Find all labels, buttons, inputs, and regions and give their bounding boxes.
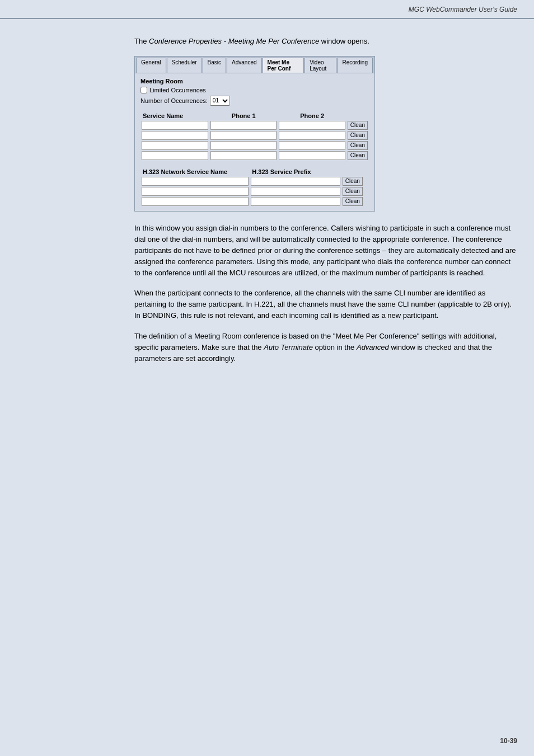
occurrences-row: Number of Occurrences: 01 [140, 96, 369, 106]
clean-button-1[interactable]: Clean [348, 121, 368, 130]
h323-clean-button-3[interactable]: Clean [343, 197, 363, 206]
occurrences-select[interactable]: 01 [210, 96, 230, 106]
h323-service-input-1[interactable] [142, 177, 249, 186]
service-name-input-2[interactable] [142, 131, 208, 140]
h323-table: H.323 Network Service Name H.323 Service… [140, 167, 369, 206]
clean-button-4[interactable]: Clean [348, 151, 368, 160]
service-name-input-4[interactable] [142, 151, 208, 160]
paragraph-2: When the participant connects to the con… [134, 288, 517, 321]
table-row: Clean [140, 140, 369, 151]
phone2-input-3[interactable] [279, 141, 345, 150]
h323-table-row: Clean [140, 196, 369, 206]
tab-recording[interactable]: Recording [337, 58, 373, 73]
h323-clean-button-1[interactable]: Clean [343, 177, 363, 186]
page-header: MGC WebCommander User's Guide [0, 0, 534, 19]
dialog-window: General Scheduler Basic Advanced Meet Me… [134, 56, 375, 212]
limited-occurrences-label: Limited Occurrences [149, 87, 206, 93]
page-number: 10-39 [500, 737, 517, 745]
dialog-tabs: General Scheduler Basic Advanced Meet Me… [135, 57, 374, 73]
phone2-input-4[interactable] [279, 151, 345, 160]
intro-paragraph: The Conference Properties - Meeting Me P… [134, 36, 517, 47]
service-name-input-3[interactable] [142, 141, 208, 150]
h323-col-action [341, 167, 369, 176]
tab-scheduler[interactable]: Scheduler [167, 58, 202, 73]
section-title: Meeting Room [140, 78, 369, 84]
dialog-body: Meeting Room Limited Occurrences Number … [135, 73, 374, 211]
tab-videolayout[interactable]: Video Layout [305, 58, 336, 73]
phone1-input-2[interactable] [210, 131, 277, 140]
table-row: Clean [140, 151, 369, 161]
col-header-action [346, 111, 369, 120]
h323-prefix-input-3[interactable] [251, 197, 340, 206]
page: MGC WebCommander User's Guide The Confer… [0, 0, 534, 756]
col-header-service: Service Name [140, 111, 209, 120]
tab-general[interactable]: General [136, 58, 166, 73]
phone1-input-4[interactable] [210, 151, 277, 160]
intro-prefix: The [134, 37, 149, 45]
phone1-input-3[interactable] [210, 141, 277, 150]
table-row: Clean [140, 130, 369, 140]
tab-basic[interactable]: Basic [203, 58, 226, 73]
clean-button-3[interactable]: Clean [348, 141, 368, 150]
phone2-input-1[interactable] [279, 121, 345, 130]
clean-button-2[interactable]: Clean [348, 131, 368, 140]
h323-col-service: H.323 Network Service Name [140, 167, 250, 176]
h323-service-input-3[interactable] [142, 197, 249, 206]
italic-advanced: Advanced [357, 343, 389, 351]
h323-prefix-input-1[interactable] [251, 177, 340, 186]
paragraph-3: The definition of a Meeting Room confere… [134, 331, 517, 364]
service-name-input-1[interactable] [142, 121, 208, 130]
h323-table-row: Clean [140, 186, 369, 196]
h323-table-row: Clean [140, 176, 369, 186]
italic-auto-terminate: Auto Terminate [264, 343, 313, 351]
h323-clean-button-2[interactable]: Clean [343, 187, 363, 196]
h323-col-prefix: H.323 Service Prefix [250, 167, 341, 176]
phone2-input-2[interactable] [279, 131, 345, 140]
h323-prefix-input-2[interactable] [251, 187, 340, 196]
phone1-input-1[interactable] [210, 121, 277, 130]
table-row: Clean [140, 120, 369, 130]
page-title: MGC WebCommander User's Guide [409, 6, 517, 13]
service-table: Service Name Phone 1 Phone 2 Clean [140, 111, 369, 161]
col-header-phone2: Phone 2 [278, 111, 346, 120]
limited-occurrences-row: Limited Occurrences [140, 87, 369, 93]
limited-occurrences-checkbox[interactable] [140, 87, 147, 93]
col-header-phone1: Phone 1 [209, 111, 278, 120]
paragraph-1: In this window you assign dial-in number… [134, 223, 517, 279]
content-area: The Conference Properties - Meeting Me P… [0, 19, 534, 390]
intro-italic: Conference Properties - Meeting Me Per C… [149, 37, 319, 45]
tab-advanced[interactable]: Advanced [227, 58, 261, 73]
h323-service-input-2[interactable] [142, 187, 249, 196]
tab-meetme[interactable]: Meet Me Per Conf [263, 58, 305, 73]
occurrences-label: Number of Occurrences: [140, 97, 208, 104]
intro-suffix: window opens. [319, 37, 369, 45]
